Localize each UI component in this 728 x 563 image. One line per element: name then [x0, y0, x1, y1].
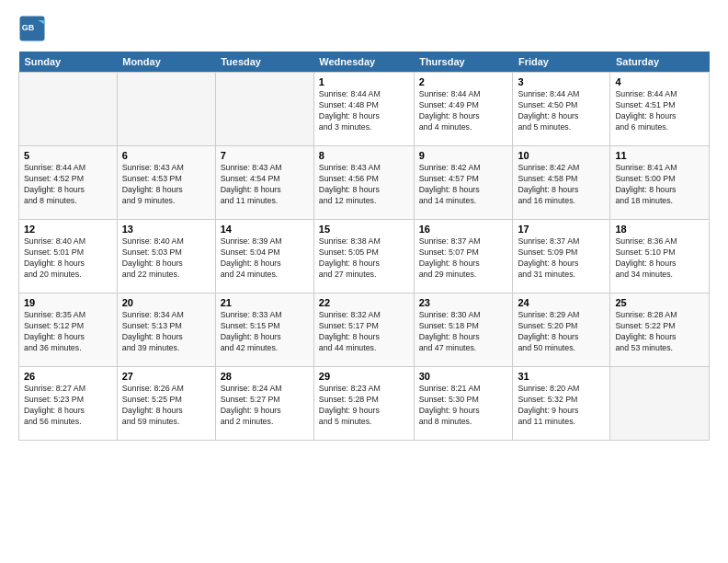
day-info: Sunrise: 8:28 AM Sunset: 5:22 PM Dayligh…	[615, 310, 704, 354]
day-number: 20	[122, 297, 210, 308]
calendar-cell: 14Sunrise: 8:39 AM Sunset: 5:04 PM Dayli…	[215, 220, 313, 293]
weekday-header-wednesday: Wednesday	[313, 52, 414, 73]
day-info: Sunrise: 8:36 AM Sunset: 5:10 PM Dayligh…	[615, 236, 704, 281]
page-header: GB	[18, 15, 710, 42]
day-info: Sunrise: 8:44 AM Sunset: 4:51 PM Dayligh…	[615, 89, 704, 133]
day-number: 28	[221, 371, 309, 382]
day-number: 7	[221, 150, 309, 161]
calendar-cell: 15Sunrise: 8:38 AM Sunset: 5:05 PM Dayli…	[313, 220, 414, 293]
day-number: 23	[419, 297, 508, 308]
calendar-cell: 6Sunrise: 8:43 AM Sunset: 4:53 PM Daylig…	[117, 146, 215, 220]
calendar-cell	[117, 73, 215, 146]
day-number: 31	[518, 371, 605, 382]
logo: GB	[18, 15, 50, 42]
day-number: 16	[419, 224, 508, 235]
calendar-week-5: 26Sunrise: 8:27 AM Sunset: 5:23 PM Dayli…	[19, 367, 710, 441]
day-info: Sunrise: 8:30 AM Sunset: 5:18 PM Dayligh…	[419, 310, 508, 354]
calendar-cell: 2Sunrise: 8:44 AM Sunset: 4:49 PM Daylig…	[414, 73, 513, 146]
calendar-cell: 22Sunrise: 8:32 AM Sunset: 5:17 PM Dayli…	[313, 293, 414, 367]
day-info: Sunrise: 8:40 AM Sunset: 5:03 PM Dayligh…	[122, 236, 210, 281]
calendar-cell: 20Sunrise: 8:34 AM Sunset: 5:13 PM Dayli…	[117, 293, 215, 367]
day-info: Sunrise: 8:27 AM Sunset: 5:23 PM Dayligh…	[24, 384, 112, 428]
calendar-cell: 25Sunrise: 8:28 AM Sunset: 5:22 PM Dayli…	[610, 293, 710, 367]
day-info: Sunrise: 8:35 AM Sunset: 5:12 PM Dayligh…	[24, 310, 112, 354]
calendar-cell: 23Sunrise: 8:30 AM Sunset: 5:18 PM Dayli…	[414, 293, 513, 367]
day-number: 11	[615, 150, 704, 161]
day-number: 8	[319, 150, 409, 161]
day-info: Sunrise: 8:24 AM Sunset: 5:27 PM Dayligh…	[221, 384, 309, 428]
day-number: 18	[615, 224, 704, 235]
day-number: 21	[221, 297, 309, 308]
day-number: 30	[419, 371, 508, 382]
day-info: Sunrise: 8:43 AM Sunset: 4:56 PM Dayligh…	[319, 163, 409, 207]
day-info: Sunrise: 8:41 AM Sunset: 5:00 PM Dayligh…	[615, 163, 704, 207]
day-number: 17	[518, 224, 605, 235]
calendar-cell: 18Sunrise: 8:36 AM Sunset: 5:10 PM Dayli…	[610, 220, 710, 293]
day-number: 2	[419, 76, 508, 87]
weekday-header-friday: Friday	[513, 52, 610, 73]
day-number: 12	[24, 224, 112, 235]
calendar-cell: 1Sunrise: 8:44 AM Sunset: 4:48 PM Daylig…	[313, 73, 414, 146]
calendar-cell: 13Sunrise: 8:40 AM Sunset: 5:03 PM Dayli…	[117, 220, 215, 293]
calendar-cell: 26Sunrise: 8:27 AM Sunset: 5:23 PM Dayli…	[19, 367, 118, 441]
day-info: Sunrise: 8:44 AM Sunset: 4:49 PM Dayligh…	[419, 89, 508, 133]
day-info: Sunrise: 8:37 AM Sunset: 5:07 PM Dayligh…	[419, 236, 508, 281]
calendar-cell: 16Sunrise: 8:37 AM Sunset: 5:07 PM Dayli…	[414, 220, 513, 293]
day-info: Sunrise: 8:33 AM Sunset: 5:15 PM Dayligh…	[221, 310, 309, 354]
day-info: Sunrise: 8:44 AM Sunset: 4:48 PM Dayligh…	[319, 89, 409, 133]
logo-icon: GB	[18, 15, 46, 42]
day-number: 22	[319, 297, 409, 308]
day-number: 6	[122, 150, 210, 161]
day-info: Sunrise: 8:43 AM Sunset: 4:53 PM Dayligh…	[122, 163, 210, 207]
day-info: Sunrise: 8:42 AM Sunset: 4:58 PM Dayligh…	[518, 163, 605, 207]
day-info: Sunrise: 8:42 AM Sunset: 4:57 PM Dayligh…	[419, 163, 508, 207]
day-number: 26	[24, 371, 112, 382]
weekday-header-saturday: Saturday	[610, 52, 710, 73]
day-info: Sunrise: 8:39 AM Sunset: 5:04 PM Dayligh…	[221, 236, 309, 281]
calendar-header-row: SundayMondayTuesdayWednesdayThursdayFrid…	[19, 52, 710, 73]
weekday-header-sunday: Sunday	[19, 52, 118, 73]
calendar-cell: 3Sunrise: 8:44 AM Sunset: 4:50 PM Daylig…	[513, 73, 610, 146]
day-number: 27	[122, 371, 210, 382]
day-info: Sunrise: 8:34 AM Sunset: 5:13 PM Dayligh…	[122, 310, 210, 354]
calendar-cell: 17Sunrise: 8:37 AM Sunset: 5:09 PM Dayli…	[513, 220, 610, 293]
day-number: 14	[221, 224, 309, 235]
day-info: Sunrise: 8:32 AM Sunset: 5:17 PM Dayligh…	[319, 310, 409, 354]
calendar-cell	[19, 73, 118, 146]
day-number: 1	[319, 76, 409, 87]
day-info: Sunrise: 8:29 AM Sunset: 5:20 PM Dayligh…	[518, 310, 605, 354]
day-number: 24	[518, 297, 605, 308]
calendar-cell: 12Sunrise: 8:40 AM Sunset: 5:01 PM Dayli…	[19, 220, 118, 293]
calendar-cell: 9Sunrise: 8:42 AM Sunset: 4:57 PM Daylig…	[414, 146, 513, 220]
calendar-week-1: 1Sunrise: 8:44 AM Sunset: 4:48 PM Daylig…	[19, 73, 710, 146]
day-number: 13	[122, 224, 210, 235]
day-info: Sunrise: 8:44 AM Sunset: 4:52 PM Dayligh…	[24, 163, 112, 207]
calendar-cell: 31Sunrise: 8:20 AM Sunset: 5:32 PM Dayli…	[513, 367, 610, 441]
calendar-cell: 7Sunrise: 8:43 AM Sunset: 4:54 PM Daylig…	[215, 146, 313, 220]
weekday-header-monday: Monday	[117, 52, 215, 73]
calendar-week-2: 5Sunrise: 8:44 AM Sunset: 4:52 PM Daylig…	[19, 146, 710, 220]
day-info: Sunrise: 8:23 AM Sunset: 5:28 PM Dayligh…	[319, 384, 409, 428]
day-number: 25	[615, 297, 704, 308]
day-number: 4	[615, 76, 704, 87]
day-info: Sunrise: 8:21 AM Sunset: 5:30 PM Dayligh…	[419, 384, 508, 428]
day-info: Sunrise: 8:40 AM Sunset: 5:01 PM Dayligh…	[24, 236, 112, 281]
day-number: 9	[419, 150, 508, 161]
day-info: Sunrise: 8:44 AM Sunset: 4:50 PM Dayligh…	[518, 89, 605, 133]
calendar-week-3: 12Sunrise: 8:40 AM Sunset: 5:01 PM Dayli…	[19, 220, 710, 293]
day-number: 5	[24, 150, 112, 161]
day-number: 10	[518, 150, 605, 161]
calendar-cell: 10Sunrise: 8:42 AM Sunset: 4:58 PM Dayli…	[513, 146, 610, 220]
calendar-cell: 21Sunrise: 8:33 AM Sunset: 5:15 PM Dayli…	[215, 293, 313, 367]
calendar-cell: 19Sunrise: 8:35 AM Sunset: 5:12 PM Dayli…	[19, 293, 118, 367]
day-number: 29	[319, 371, 409, 382]
day-info: Sunrise: 8:37 AM Sunset: 5:09 PM Dayligh…	[518, 236, 605, 281]
calendar-cell: 8Sunrise: 8:43 AM Sunset: 4:56 PM Daylig…	[313, 146, 414, 220]
svg-text:GB: GB	[22, 23, 35, 32]
calendar-cell: 4Sunrise: 8:44 AM Sunset: 4:51 PM Daylig…	[610, 73, 710, 146]
weekday-header-thursday: Thursday	[414, 52, 513, 73]
calendar-week-4: 19Sunrise: 8:35 AM Sunset: 5:12 PM Dayli…	[19, 293, 710, 367]
calendar-cell: 11Sunrise: 8:41 AM Sunset: 5:00 PM Dayli…	[610, 146, 710, 220]
calendar-cell: 29Sunrise: 8:23 AM Sunset: 5:28 PM Dayli…	[313, 367, 414, 441]
calendar-cell	[610, 367, 710, 441]
